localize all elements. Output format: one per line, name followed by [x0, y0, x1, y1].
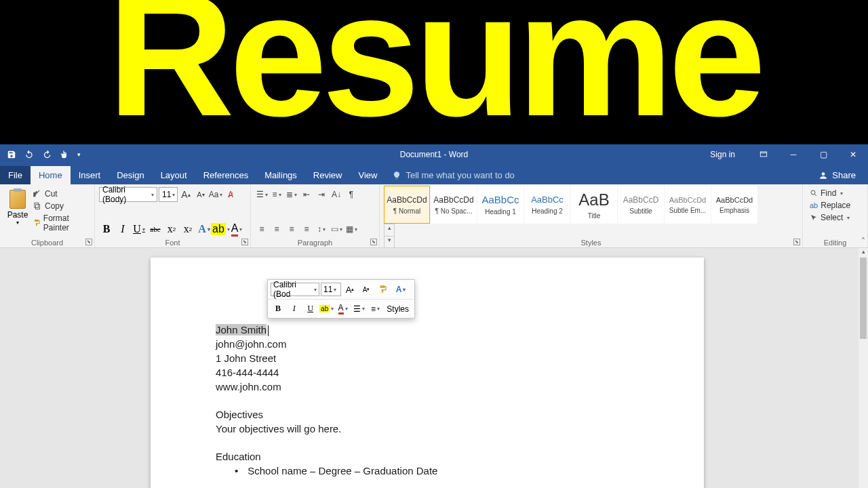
style-tile-heading-1[interactable]: AaBbCcHeading 1 [477, 186, 524, 224]
style-tile--no-spac-[interactable]: AaBbCcDd¶ No Spac... [431, 186, 477, 224]
redo-icon[interactable] [42, 150, 52, 159]
strikethrough-button[interactable]: abc [148, 222, 163, 237]
page[interactable]: Calibri (Bod 11 A▴ A▾ A B I U ab A ☰ ≡ S… [151, 258, 704, 488]
find-button[interactable]: Find [807, 187, 863, 199]
scroll-thumb[interactable] [860, 258, 867, 339]
replace-button[interactable]: abReplace [807, 199, 863, 211]
scroll-up-button[interactable]: ▴ [859, 248, 868, 258]
mini-underline[interactable]: U [303, 302, 318, 317]
doc-email[interactable]: john@john.com [216, 337, 639, 351]
style-tile--normal[interactable]: AaBbCcDd¶ Normal [384, 186, 430, 224]
doc-education-item[interactable]: School name – Degree – Graduation Date [235, 464, 639, 478]
doc-name-line[interactable]: John Smith [216, 323, 639, 337]
font-dialog-launcher[interactable]: ⬊ [241, 239, 248, 245]
tab-layout[interactable]: Layout [153, 166, 195, 184]
increase-indent-button[interactable]: ⇥ [315, 187, 328, 202]
paragraph-dialog-launcher[interactable]: ⬊ [370, 239, 377, 245]
numbering-button[interactable]: ≡ [270, 187, 283, 202]
mini-bullets[interactable]: ☰ [352, 302, 367, 317]
highlight-button[interactable]: ab [213, 222, 228, 237]
grow-font-button[interactable]: A▴ [179, 187, 193, 202]
copy-button[interactable]: Copy [31, 201, 90, 211]
maximize-button[interactable]: ▢ [808, 144, 838, 164]
mini-font-size[interactable]: 11 [321, 283, 341, 296]
styles-dialog-launcher[interactable]: ⬊ [793, 239, 800, 245]
justify-button[interactable]: ≡ [300, 222, 313, 237]
tab-design[interactable]: Design [108, 166, 152, 184]
shading-button[interactable]: ▭ [330, 222, 343, 237]
show-marks-button[interactable]: ¶ [344, 187, 358, 202]
paste-button[interactable]: Paste ▾ [4, 187, 31, 233]
font-name-combo[interactable]: Calibri (Body) [99, 187, 157, 202]
mini-styles[interactable]: A [391, 282, 410, 297]
doc-objectives-heading[interactable]: Objectives [216, 407, 639, 422]
tab-view[interactable]: View [350, 166, 385, 184]
shrink-font-button[interactable]: A▾ [194, 187, 208, 202]
font-size-combo[interactable]: 11 [159, 187, 178, 202]
italic-button[interactable]: I [115, 222, 130, 237]
touch-mode-icon[interactable] [60, 150, 69, 159]
vertical-scrollbar[interactable]: ▴ [859, 248, 868, 488]
cut-button[interactable]: Cut [31, 188, 90, 199]
subscript-button[interactable]: x2 [164, 222, 179, 237]
mini-grow-font[interactable]: A▴ [342, 282, 357, 297]
mini-highlight[interactable]: ab [319, 302, 334, 317]
tab-mailings[interactable]: Mailings [256, 166, 305, 184]
sort-button[interactable]: A↓ [330, 187, 343, 202]
clipboard-dialog-launcher[interactable]: ⬊ [85, 239, 92, 245]
doc-address[interactable]: 1 John Street [216, 351, 639, 365]
style-tile-heading-2[interactable]: AaBbCcHeading 2 [524, 186, 570, 224]
tab-insert[interactable]: Insert [71, 166, 109, 184]
bullets-button[interactable]: ☰ [255, 187, 269, 202]
collapse-ribbon-button[interactable]: ˄ [861, 237, 865, 246]
format-painter-button[interactable]: Format Painter [31, 213, 90, 233]
copy-label: Copy [45, 201, 64, 211]
bold-button[interactable]: B [99, 222, 114, 237]
minimize-button[interactable]: ─ [778, 144, 808, 164]
tab-home[interactable]: Home [31, 166, 71, 184]
replace-label: Replace [821, 201, 850, 210]
style-tile-subtitle[interactable]: AaBbCcDSubtitle [618, 186, 664, 224]
font-color-button[interactable]: A [229, 222, 244, 237]
doc-objectives-body[interactable]: Your objectives will go here. [216, 422, 639, 436]
style-tile-title[interactable]: AaBTitle [571, 186, 617, 224]
change-case-button[interactable]: Aa [209, 187, 222, 202]
mini-shrink-font[interactable]: A▾ [359, 282, 374, 297]
doc-website[interactable]: www.john.com [216, 380, 639, 394]
multilevel-list-button[interactable]: ≣ [285, 187, 298, 202]
mini-styles-label[interactable]: Styles [384, 302, 412, 317]
tab-references[interactable]: References [195, 166, 256, 184]
share-button[interactable]: Share [812, 166, 863, 184]
doc-education-heading[interactable]: Education [216, 449, 639, 464]
text-effects-button[interactable]: A [197, 222, 212, 237]
undo-icon[interactable] [24, 150, 34, 159]
decrease-indent-button[interactable]: ⇤ [300, 187, 313, 202]
close-button[interactable]: ✕ [838, 144, 868, 164]
save-icon[interactable] [7, 150, 16, 159]
mini-bold[interactable]: B [271, 302, 285, 317]
superscript-button[interactable]: x2 [180, 222, 195, 237]
mini-font-name[interactable]: Calibri (Bod [271, 283, 319, 296]
style-tile-emphasis[interactable]: AaBbCcDdEmphasis [711, 186, 757, 224]
style-tile-subtle-em-[interactable]: AaBbCcDdSubtle Em... [665, 186, 711, 224]
align-right-button[interactable]: ≡ [285, 222, 298, 237]
clear-formatting-button[interactable]: A̷ [224, 187, 237, 202]
align-center-button[interactable]: ≡ [270, 222, 283, 237]
tell-me-search[interactable]: Tell me what you want to do [385, 166, 521, 184]
mini-font-color[interactable]: A [336, 302, 351, 317]
tab-review[interactable]: Review [305, 166, 351, 184]
underline-button[interactable]: U [132, 222, 146, 237]
mini-format-painter[interactable] [375, 282, 390, 297]
tab-file[interactable]: File [0, 166, 31, 184]
format-painter-label: Format Painter [43, 214, 89, 232]
word-window: ▾ Document1 - Word Sign in ─ ▢ ✕ File Ho… [0, 144, 868, 488]
qat-customize-icon[interactable]: ▾ [77, 151, 81, 158]
select-button[interactable]: Select [807, 211, 863, 224]
borders-button[interactable]: ▦ [344, 222, 358, 237]
mini-italic[interactable]: I [287, 302, 302, 317]
mini-numbering[interactable]: ≡ [368, 302, 382, 317]
align-left-button[interactable]: ≡ [255, 222, 269, 237]
doc-phone[interactable]: 416-444-4444 [216, 365, 639, 380]
line-spacing-button[interactable]: ↕ [315, 222, 328, 237]
share-label: Share [832, 170, 856, 180]
